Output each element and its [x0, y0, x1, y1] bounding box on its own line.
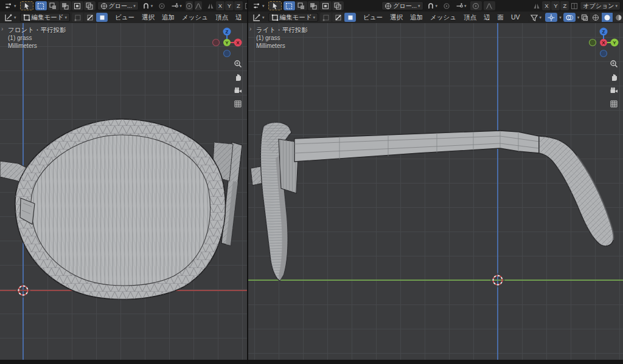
- options-dropdown[interactable]: オプション ▾: [580, 1, 621, 10]
- cursor-3d: [490, 272, 506, 288]
- select-intersect-icon: [334, 2, 341, 10]
- orientation-dropdown[interactable]: グロー... ▾: [97, 1, 139, 10]
- viewport-header: ▾ 編集モード ▾ ビュー 選択 追加 メッシュ 頂点 辺 面 UV: [0, 12, 247, 23]
- hand-icon: [610, 73, 618, 81]
- select-invert-icon: [74, 2, 81, 10]
- shading-wireframe-button[interactable]: [590, 13, 601, 22]
- pan-button[interactable]: [608, 72, 619, 82]
- select-mode-invert-button[interactable]: [320, 1, 332, 10]
- mode-dropdown[interactable]: 編集モード ▾: [20, 13, 71, 22]
- select-mode-set-button[interactable]: [284, 1, 295, 10]
- viewport-info-overlay: ライト・平行投影 (1) grass Millimeters: [256, 26, 308, 50]
- mirror-y-button[interactable]: Y: [225, 1, 234, 10]
- edge-select-button[interactable]: [84, 13, 96, 22]
- menu-select[interactable]: 選択: [387, 13, 406, 22]
- select-mode-subtract-button[interactable]: [60, 1, 71, 10]
- menu-face[interactable]: 面: [246, 13, 247, 22]
- editor-type-button[interactable]: ▾: [251, 13, 266, 22]
- menu-edge[interactable]: 辺: [232, 13, 245, 22]
- proportional-dropdown[interactable]: ▾: [454, 1, 468, 10]
- topology-mirror-icon: [571, 2, 578, 10]
- mirror-z-button[interactable]: Z: [560, 1, 569, 10]
- menu-view[interactable]: ビュー: [360, 13, 386, 22]
- active-tool-button[interactable]: [268, 1, 282, 10]
- select-mode-set-button[interactable]: [35, 1, 47, 10]
- select-mode-invert-button[interactable]: [72, 1, 83, 10]
- region-collapse-icon[interactable]: ›: [1, 26, 3, 32]
- mirror-z-button[interactable]: Z: [234, 1, 243, 10]
- zoom-button[interactable]: [608, 58, 619, 69]
- menu-face[interactable]: 面: [495, 13, 507, 22]
- snap-with-button[interactable]: [156, 1, 167, 10]
- gizmos-toggle[interactable]: [545, 13, 557, 22]
- face-select-button[interactable]: [344, 13, 356, 22]
- tool-dropdown-button[interactable]: ▾: [251, 1, 266, 10]
- falloff-dropdown[interactable]: [484, 1, 495, 10]
- zoom-button[interactable]: [232, 58, 243, 69]
- menu-vertex[interactable]: 頂点: [461, 13, 479, 22]
- edge-select-button[interactable]: [332, 13, 344, 22]
- snap-toggle-button[interactable]: ▾: [425, 1, 440, 10]
- navigation-gizmo[interactable]: Z Y X: [588, 27, 619, 58]
- tool-dropdown-button[interactable]: ▾: [2, 1, 18, 10]
- navigation-gizmo[interactable]: Z X Y: [211, 27, 243, 58]
- viewport-nav-buttons: [232, 58, 243, 109]
- caret-down-icon: ▾: [559, 15, 562, 19]
- vertex-select-icon: [74, 14, 82, 21]
- proportional-dropdown[interactable]: ▾: [169, 1, 184, 10]
- mode-dropdown[interactable]: 編集モード ▾: [268, 13, 319, 22]
- menu-add[interactable]: 追加: [159, 13, 178, 22]
- mesh-select-mode-group: [320, 13, 356, 22]
- proportional-edit-toggle[interactable]: [186, 1, 193, 10]
- ear-hook-mesh: [539, 136, 613, 246]
- menu-view[interactable]: ビュー: [112, 13, 137, 22]
- menu-vertex[interactable]: 頂点: [212, 13, 231, 22]
- vertex-select-button[interactable]: [72, 13, 83, 22]
- select-extend-icon: [298, 2, 305, 10]
- select-set-icon: [285, 2, 293, 10]
- select-mode-intersect-button[interactable]: [332, 1, 344, 10]
- menu-mesh[interactable]: メッシュ: [427, 13, 459, 22]
- snap-toggle-button[interactable]: ▾: [141, 1, 155, 10]
- shading-solid-button[interactable]: [602, 13, 613, 22]
- mirror-y-button[interactable]: Y: [551, 1, 560, 10]
- select-mode-extend-button[interactable]: [47, 1, 59, 10]
- viewport-canvas-front[interactable]: › フロント・平行投影 (1) grass Millimeters Z X Y: [0, 23, 247, 360]
- xray-toggle[interactable]: [581, 13, 588, 22]
- falloff-dropdown[interactable]: [195, 1, 202, 10]
- select-set-icon: [37, 2, 44, 10]
- menu-uv[interactable]: UV: [508, 13, 523, 22]
- region-collapse-icon[interactable]: ›: [249, 26, 251, 32]
- select-mode-subtract-button[interactable]: [308, 1, 319, 10]
- select-intersect-icon: [86, 2, 93, 10]
- select-mode-extend-button[interactable]: [296, 1, 307, 10]
- mirror-x-button[interactable]: X: [542, 1, 551, 10]
- menu-add[interactable]: 追加: [407, 13, 426, 22]
- vertex-select-button[interactable]: [320, 13, 332, 22]
- perspective-toggle-button[interactable]: [232, 98, 243, 109]
- menu-select[interactable]: 選択: [139, 13, 158, 22]
- snap-with-button[interactable]: [441, 1, 452, 10]
- select-mode-intersect-button[interactable]: [84, 1, 96, 10]
- camera-view-button[interactable]: [232, 85, 243, 95]
- mirror-axis-group: X Y Z: [216, 1, 243, 10]
- cursor-3d: [15, 283, 31, 298]
- edge-select-icon: [86, 14, 94, 21]
- edit-mode-icon: [271, 14, 279, 21]
- face-select-button[interactable]: [96, 13, 108, 22]
- menu-edge[interactable]: 辺: [481, 13, 493, 22]
- mesh-select-mode-group: [72, 13, 108, 22]
- active-tool-button[interactable]: [20, 1, 33, 10]
- camera-view-button[interactable]: [608, 85, 619, 95]
- overlays-toggle[interactable]: [563, 13, 576, 22]
- object-visibility-dropdown[interactable]: ▾: [528, 13, 544, 22]
- mirror-x-button[interactable]: X: [216, 1, 224, 10]
- pan-button[interactable]: [232, 72, 243, 82]
- proportional-edit-toggle[interactable]: [470, 1, 482, 10]
- perspective-toggle-button[interactable]: [608, 98, 619, 109]
- shading-material-button[interactable]: [613, 13, 623, 22]
- viewport-canvas-right[interactable]: › ライト・平行投影 (1) grass Millimeters Z Y X: [248, 23, 623, 360]
- menu-mesh[interactable]: メッシュ: [179, 13, 211, 22]
- orientation-dropdown[interactable]: グロー... ▾: [381, 1, 423, 10]
- editor-type-button[interactable]: ▾: [2, 13, 18, 22]
